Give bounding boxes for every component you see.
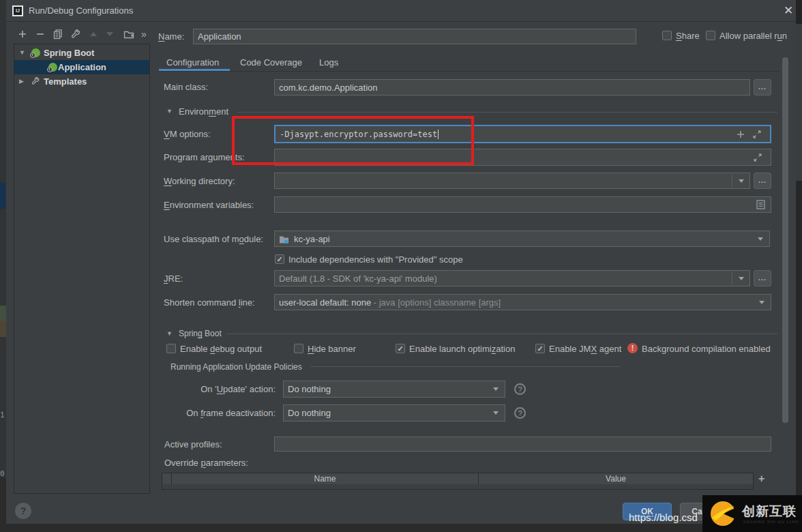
enable-launch-optimization-label: Enable launch optimization bbox=[409, 344, 515, 354]
tab-configuration[interactable]: Configuration bbox=[166, 57, 219, 68]
enable-jmx-agent-label: Enable JMX agent bbox=[549, 344, 621, 354]
on-frame-deactivation-combobox[interactable]: Do nothing bbox=[283, 404, 505, 422]
chevron-down-icon[interactable] bbox=[758, 237, 763, 241]
expand-icon[interactable] bbox=[752, 130, 762, 141]
edit-templates-icon[interactable] bbox=[70, 29, 81, 40]
tab-code-coverage[interactable]: Code Coverage bbox=[240, 57, 302, 68]
tree-item-label: Application bbox=[58, 62, 106, 72]
on-frame-deactivation-label: On frame deactivation: bbox=[164, 408, 276, 418]
on-update-action-value: Do nothing bbox=[288, 384, 331, 394]
working-directory-input[interactable] bbox=[274, 173, 750, 189]
name-label: Name: bbox=[158, 31, 184, 42]
chevron-down-icon[interactable]: ▼ bbox=[166, 330, 173, 337]
background-compilation-warning: Background compilation enabled bbox=[642, 344, 771, 354]
chevron-right-icon[interactable]: ▶ bbox=[19, 78, 24, 85]
working-directory-browse-button[interactable]: ... bbox=[754, 173, 771, 189]
shorten-command-line-label: Shorten command line: bbox=[164, 297, 255, 308]
environment-variables-label: Environment variables: bbox=[164, 200, 254, 210]
allow-parallel-run-checkbox[interactable] bbox=[706, 31, 715, 40]
combo-divider bbox=[732, 272, 732, 284]
background-block bbox=[0, 183, 6, 209]
hide-banner-label: Hide banner bbox=[308, 344, 356, 354]
environment-variables-input[interactable] bbox=[274, 196, 771, 213]
annotation-red-box bbox=[232, 116, 474, 165]
module-classpath-label: Use classpath of module: bbox=[164, 234, 263, 244]
shorten-value-secondary: - java [options] classname [args] bbox=[371, 297, 501, 308]
copy-icon[interactable] bbox=[53, 29, 63, 40]
background-right-strip bbox=[796, 181, 802, 532]
section-rule bbox=[237, 112, 777, 113]
provided-scope-label: Include dependencies with "Provided" sco… bbox=[288, 254, 463, 265]
tree-item-label: Templates bbox=[44, 76, 87, 87]
name-input[interactable]: Application bbox=[193, 29, 636, 44]
module-combobox[interactable]: kc-ya-api bbox=[274, 231, 770, 247]
close-icon[interactable]: ✕ bbox=[779, 3, 797, 18]
tree-item-templates[interactable]: ▶ Templates bbox=[15, 74, 149, 89]
move-down-icon[interactable] bbox=[104, 29, 115, 40]
section-rule bbox=[310, 366, 621, 367]
new-folder-icon[interactable] bbox=[123, 29, 134, 40]
spring-boot-section-header[interactable]: Spring Boot bbox=[179, 329, 222, 338]
chevron-down-icon[interactable] bbox=[759, 301, 764, 304]
chevron-down-icon[interactable] bbox=[739, 277, 744, 280]
chevron-down-icon[interactable] bbox=[739, 179, 744, 183]
module-value: kc-ya-api bbox=[294, 234, 330, 244]
move-up-icon[interactable] bbox=[88, 29, 99, 40]
shorten-command-line-combobox[interactable]: user-local default: none - java [options… bbox=[274, 294, 771, 310]
browse-list-icon[interactable] bbox=[756, 200, 765, 211]
environment-section-header[interactable]: Environment bbox=[179, 106, 228, 117]
enable-jmx-agent-checkbox[interactable]: ✓ bbox=[535, 344, 545, 353]
provided-scope-checkbox[interactable]: ✓ bbox=[275, 254, 284, 264]
expand-icon[interactable] bbox=[753, 153, 762, 164]
active-profiles-input[interactable] bbox=[274, 437, 771, 452]
dialog-title: Run/Debug Configurations bbox=[29, 5, 133, 16]
watermark-subtitle: CHUANG XIN HU LIAN bbox=[743, 520, 799, 524]
tab-separator bbox=[158, 71, 779, 72]
add-parameter-icon[interactable]: + bbox=[758, 473, 764, 485]
module-icon bbox=[279, 235, 289, 243]
on-frame-deactivation-value: Do nothing bbox=[288, 408, 331, 418]
main-class-input[interactable]: com.kc.demo.Application bbox=[274, 79, 750, 95]
chevron-down-icon[interactable] bbox=[493, 411, 499, 415]
chevron-down-icon[interactable]: ▼ bbox=[166, 108, 173, 115]
update-policies-header: Running Application Update Policies bbox=[170, 362, 302, 372]
intellij-logo-icon: IJ bbox=[12, 5, 23, 16]
main-class-browse-button[interactable]: ... bbox=[754, 79, 771, 95]
help-icon[interactable]: ? bbox=[514, 407, 526, 419]
on-update-action-combobox[interactable]: Do nothing bbox=[283, 381, 505, 398]
watermark-box: 创新互联 CHUANG XIN HU LIAN bbox=[702, 495, 802, 532]
more-icon[interactable]: » bbox=[141, 29, 152, 40]
working-directory-label: Working directory: bbox=[164, 176, 235, 186]
chevron-down-icon[interactable] bbox=[493, 387, 499, 391]
wrench-icon bbox=[31, 76, 40, 88]
background-block bbox=[0, 477, 6, 532]
tree-item-label: Spring Boot bbox=[44, 48, 94, 58]
table-header-value[interactable]: Value bbox=[478, 473, 754, 485]
tree-item-application[interactable]: Application bbox=[14, 60, 149, 74]
remove-icon[interactable] bbox=[35, 29, 46, 40]
hide-banner-checkbox[interactable] bbox=[294, 344, 303, 353]
main-class-label: Main class: bbox=[164, 82, 208, 92]
vertical-scrollbar[interactable] bbox=[782, 57, 788, 423]
enable-launch-optimization-checkbox[interactable]: ✓ bbox=[396, 344, 405, 353]
jre-combobox[interactable]: Default (1.8 - SDK of 'kc-ya-api' module… bbox=[274, 270, 750, 286]
jre-browse-button[interactable]: ... bbox=[754, 270, 771, 286]
enable-debug-output-checkbox[interactable] bbox=[166, 344, 176, 353]
allow-parallel-run-label: Allow parallel run bbox=[719, 31, 787, 41]
configurations-tree: ▼ Spring Boot Application ▶ Templates bbox=[14, 44, 150, 494]
section-rule bbox=[226, 334, 777, 334]
name-value: Application bbox=[198, 31, 241, 42]
help-icon[interactable]: ? bbox=[514, 383, 526, 395]
combo-divider bbox=[732, 175, 732, 187]
tab-logs[interactable]: Logs bbox=[319, 57, 338, 68]
vm-options-label: VM options: bbox=[164, 129, 211, 139]
add-icon[interactable] bbox=[17, 29, 28, 40]
help-button[interactable]: ? bbox=[15, 503, 31, 519]
tree-item-spring-boot[interactable]: ▼ Spring Boot bbox=[15, 46, 149, 60]
share-checkbox[interactable] bbox=[662, 31, 672, 40]
background-block bbox=[0, 306, 6, 321]
background-block bbox=[0, 321, 6, 337]
table-header-name[interactable]: Name bbox=[171, 473, 479, 485]
add-icon[interactable] bbox=[736, 130, 745, 141]
chevron-down-icon[interactable]: ▼ bbox=[19, 49, 25, 56]
